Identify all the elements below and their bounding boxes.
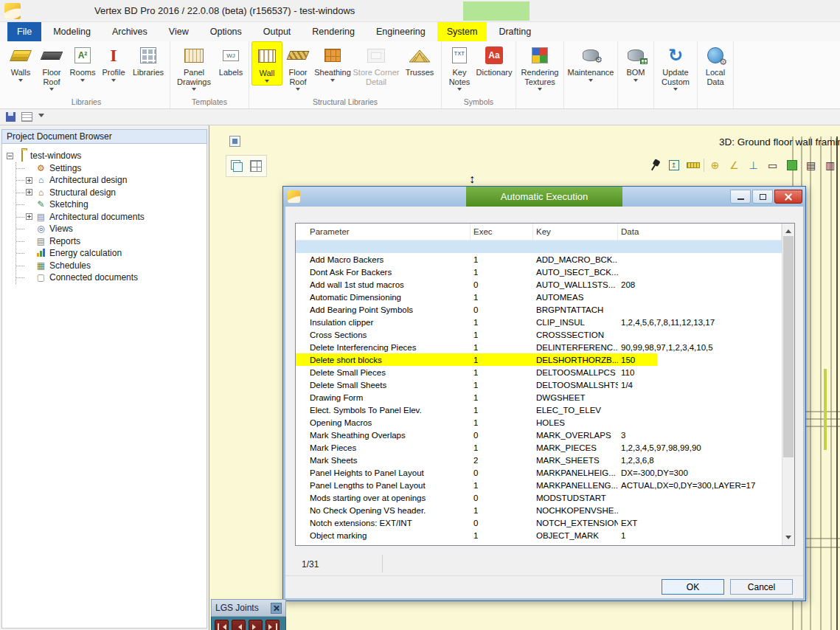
- expand-icon[interactable]: [26, 177, 32, 184]
- expand-icon[interactable]: [26, 189, 32, 195]
- floor-roof-structural-button[interactable]: Floor Roof: [282, 41, 313, 93]
- table-row[interactable]: Add Bearing Point Symbols 0 BRGPNTATTACH: [296, 303, 782, 316]
- rooms-button[interactable]: Rooms: [67, 41, 98, 84]
- panel-drawings-button[interactable]: Panel Drawings: [173, 41, 215, 93]
- table-row[interactable]: Mark Sheets 2 MARK_SHEETS 1,2,3,6,8: [296, 454, 782, 466]
- dictionary-button[interactable]: Dictionary: [475, 41, 513, 77]
- maximize-button[interactable]: [752, 190, 773, 204]
- measure-button[interactable]: [684, 156, 701, 173]
- tree-item-sketching[interactable]: ✎ Sketching: [16, 198, 205, 211]
- tab-system[interactable]: System: [437, 22, 487, 41]
- table-row[interactable]: Elect. Symbols To Panel Elev. 1 ELEC_TO_…: [296, 404, 782, 416]
- bom-button[interactable]: BOM: [620, 41, 651, 84]
- tree-item-views[interactable]: ◎ Views: [16, 223, 205, 235]
- table-row[interactable]: Mods starting over at openings 0 MODSTUD…: [296, 491, 782, 504]
- floor-roof-button[interactable]: Floor Roof: [36, 41, 67, 93]
- first-button[interactable]: [215, 620, 229, 630]
- collapse-icon[interactable]: [7, 153, 13, 159]
- tree-item-architectural-design[interactable]: ⌂ Architectural design: [16, 174, 205, 187]
- dialog-titlebar[interactable]: Automatic Execution: [283, 187, 805, 207]
- key-notes-button[interactable]: Key Notes: [444, 41, 475, 93]
- tree-item-structural-design[interactable]: ⌂ Structural design: [16, 187, 205, 199]
- tree-item-settings[interactable]: ⚙ Settings: [16, 162, 205, 175]
- pin-button[interactable]: [646, 156, 663, 173]
- table-row[interactable]: Delete Small Pieces 1 DELTOOSMALLPCS 110: [296, 366, 782, 378]
- snap-angle-button[interactable]: ∠: [726, 156, 743, 173]
- tab-options[interactable]: Options: [201, 22, 251, 41]
- rendering-textures-button[interactable]: Rendering Textures: [518, 41, 561, 93]
- table-row[interactable]: Drawing Form 1 DWGSHEET: [296, 391, 782, 404]
- local-data-button[interactable]: Local Data: [700, 41, 731, 86]
- minimize-button[interactable]: [730, 190, 751, 204]
- snap-perpendicular-button[interactable]: ⊥: [745, 156, 762, 173]
- last-button[interactable]: [265, 620, 280, 630]
- table-row[interactable]: Mark Pieces 1 MARK_PIECES 1,2,3,4,5,97,9…: [296, 441, 782, 454]
- table-row[interactable]: Panel Lengths to Panel Layout 1 MARKPANE…: [296, 479, 782, 491]
- tree-item-energy-calculation[interactable]: Energy calculation: [16, 247, 205, 260]
- joint-tool-icon[interactable]: [21, 112, 32, 122]
- update-custom-button[interactable]: ↻ Update Custom: [656, 41, 695, 93]
- snap-center-button[interactable]: ⊕: [707, 156, 723, 173]
- table-scrollbar[interactable]: [782, 224, 794, 545]
- table-row[interactable]: Opening Macros 1 HOLES: [296, 416, 782, 429]
- table-row[interactable]: No Check Opening VS header. 1 NOCHKOPENV…: [296, 504, 782, 516]
- table-row[interactable]: Delete Small Sheets 1 DELTOOSMALLSHTS 1/…: [296, 378, 782, 391]
- tab-modeling[interactable]: Modeling: [44, 22, 100, 41]
- table-row[interactable]: Delete Interferencing Pieces 1 DELINTERF…: [296, 341, 782, 353]
- table-row[interactable]: Object marking 1 OBJECT_MARK 1: [296, 529, 782, 541]
- scroll-up-button[interactable]: [782, 224, 794, 236]
- libraries-button[interactable]: Libraries: [129, 41, 167, 77]
- table-row[interactable]: Add wall 1st stud macros 0 AUTO_WALL1STS…: [296, 278, 782, 291]
- table-row[interactable]: Panel Heights to Panel Layout 0 MARKPANE…: [296, 466, 782, 479]
- tab-engineering[interactable]: Engineering: [367, 22, 435, 41]
- table-row[interactable]: Notch extensions: EXT/INT 0 NOTCH_EXTENS…: [296, 516, 782, 529]
- tree-item-schedules[interactable]: ▦ Schedules: [16, 260, 205, 272]
- fit-view-button[interactable]: ↥: [665, 156, 682, 173]
- previous-button[interactable]: [232, 620, 246, 630]
- table-row[interactable]: Cross Sections 1 CROSSSECTION: [296, 328, 782, 341]
- expand-icon[interactable]: [26, 213, 32, 220]
- table-row[interactable]: Dont Ask For Backers 1 AUTO_ISECT_BCK...: [296, 266, 782, 278]
- tree-item-connected-documents[interactable]: ▢ Connected documents: [16, 271, 205, 284]
- table-row-selected[interactable]: [296, 240, 782, 253]
- wall-button[interactable]: Wall: [251, 41, 282, 86]
- sheathing-button[interactable]: Sheathing: [313, 41, 352, 84]
- ok-button[interactable]: OK: [662, 579, 724, 595]
- tab-rendering[interactable]: Rendering: [302, 22, 364, 41]
- quickbar-caret-icon[interactable]: [38, 114, 44, 120]
- column-header-parameter[interactable]: Parameter: [296, 224, 471, 240]
- save-icon[interactable]: [6, 112, 15, 122]
- table-row[interactable]: Delete short blocks 1 DELSHORTHORZB... 1…: [296, 353, 782, 366]
- maintenance-button[interactable]: ⚙ Maintenance: [566, 41, 615, 84]
- drawing-window-icon[interactable]: [229, 136, 240, 147]
- walls-button[interactable]: Walls: [5, 41, 36, 84]
- scroll-thumb[interactable]: [783, 236, 794, 457]
- tab-output[interactable]: Output: [254, 22, 301, 41]
- tree-item-reports[interactable]: ▤ Reports: [16, 235, 205, 248]
- drawing-canvas[interactable]: 3D: Ground floor wall framin ↥ ⊕ ∠ ⊥ ▭ ▤…: [209, 125, 840, 630]
- close-button[interactable]: [774, 190, 802, 204]
- color-swatch-button[interactable]: [783, 156, 800, 173]
- labels-button[interactable]: Labels: [215, 41, 246, 77]
- next-button[interactable]: [249, 620, 263, 630]
- scroll-down-button[interactable]: [782, 533, 794, 545]
- table-row[interactable]: Insulation clipper 1 CLIP_INSUL 1,2,4,5,…: [296, 316, 782, 328]
- column-header-exec[interactable]: Exec: [471, 224, 533, 240]
- table-row[interactable]: Add Macro Backers 1 ADD_MACRO_BCK...: [296, 253, 782, 266]
- profile-button[interactable]: I Profile: [98, 41, 129, 84]
- table-row[interactable]: Automatic Dimensioning 1 AUTOMEAS: [296, 291, 782, 303]
- tab-view[interactable]: View: [159, 22, 198, 41]
- column-header-key[interactable]: Key: [533, 224, 618, 240]
- tab-archives[interactable]: Archives: [103, 22, 157, 41]
- lgs-close-button[interactable]: [271, 603, 282, 614]
- tab-drafting[interactable]: Drafting: [489, 22, 541, 41]
- table-row[interactable]: Mark Sheathing Overlaps 0 MARK_OVERLAPS …: [296, 429, 782, 441]
- cancel-button[interactable]: Cancel: [730, 579, 793, 595]
- column-header-data[interactable]: Data: [618, 224, 782, 240]
- panel-edit-button[interactable]: ▭: [764, 156, 781, 173]
- tree-item-architectural-documents[interactable]: ▤ Architectural documents: [16, 211, 205, 224]
- tab-file[interactable]: File: [7, 22, 41, 41]
- cascade-windows-button[interactable]: [229, 158, 245, 174]
- lgs-joints-header[interactable]: LGS Joints: [211, 599, 286, 617]
- tree-item-test-windows[interactable]: test-windows: [7, 150, 205, 162]
